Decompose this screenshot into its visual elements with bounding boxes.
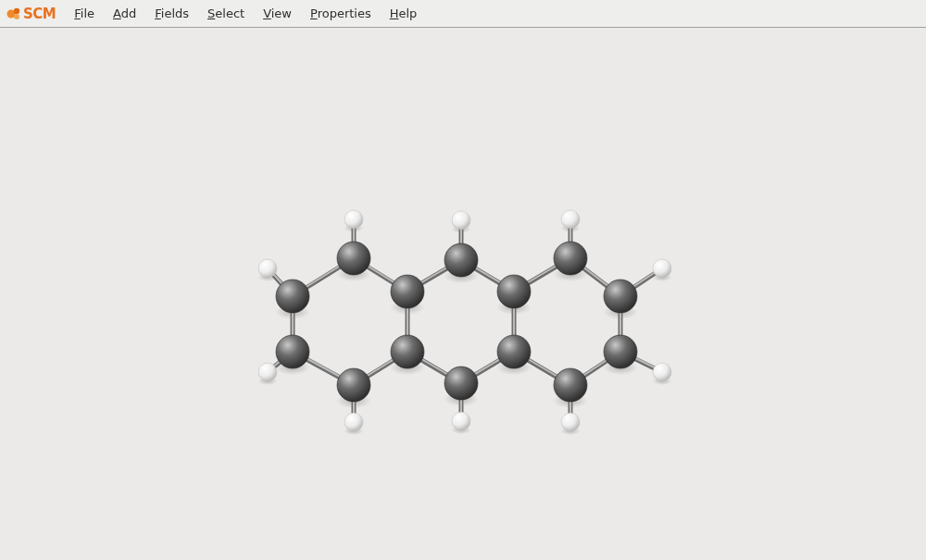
menu-select[interactable]: Select [198,0,254,28]
hydrogen-atom [452,211,470,230]
carbon-atom [391,335,424,368]
carbon-atom [276,335,309,368]
hydrogen-atom [561,413,580,431]
hydrogen-atom [561,210,580,229]
carbon-atom [497,275,531,308]
hydrogen-atom [258,363,277,381]
menu-bar: SCM File Add Fields Select View Properti… [0,0,926,28]
carbon-atom [554,242,587,275]
carbon-atom [497,335,531,368]
app-logo[interactable]: SCM [6,6,56,22]
hydrogen-atom [258,259,277,278]
hydrogen-atom [653,259,671,278]
carbon-atom [444,243,478,277]
molecule-viewport[interactable] [0,28,926,560]
menu-help[interactable]: Help [381,0,427,28]
molecule-render [0,28,926,560]
hydrogen-atom [452,412,470,430]
hydrogen-atom [344,413,363,431]
carbon-atom [391,275,424,308]
carbon-atom [554,368,587,402]
hydrogen-atom [344,210,363,229]
carbon-atom [337,242,370,275]
menu-file[interactable]: File [65,0,104,28]
carbon-atom [604,335,637,368]
menu-add[interactable]: Add [104,0,145,28]
carbon-atom [444,367,478,400]
menu-fields[interactable]: Fields [145,0,198,28]
hydrogen-atom [653,363,671,381]
carbon-atom [604,280,637,313]
menu-view[interactable]: View [254,0,301,28]
app-logo-text: SCM [23,6,56,22]
carbon-atom [337,368,370,402]
menu-properties[interactable]: Properties [301,0,381,28]
carbon-atom [276,280,309,313]
logo-icon [6,6,22,22]
svg-point-2 [14,14,19,19]
svg-point-1 [14,7,19,13]
